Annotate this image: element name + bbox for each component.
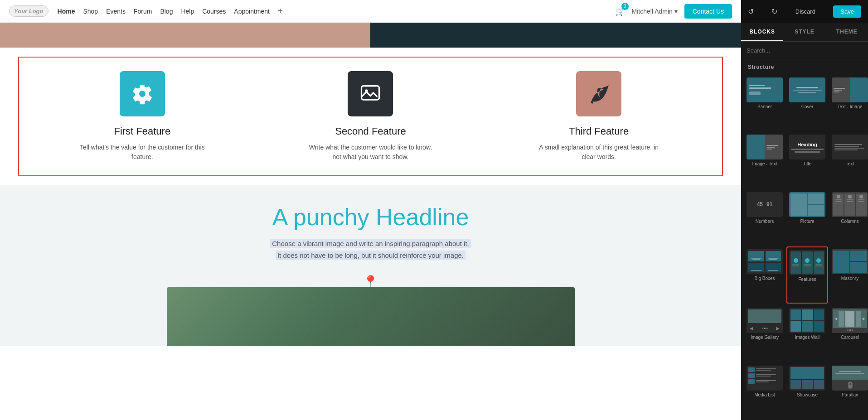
search-input[interactable]: [747, 47, 863, 54]
sidebar-search: [741, 42, 868, 59]
block-preview-picture: [789, 192, 825, 217]
navbar: Your Logo Home Shop Events Forum Blog He…: [0, 0, 741, 23]
headline-title: A punchy Headline: [9, 203, 732, 231]
block-label-banner: Banner: [757, 104, 772, 110]
cart-icon[interactable]: 🛒 0: [615, 6, 625, 16]
block-image-text[interactable]: Image - Text: [745, 132, 785, 187]
nav-right: 🛒 0 Mitchell Admin ▾ Contact Us: [615, 4, 732, 19]
tab-theme[interactable]: THEME: [826, 23, 868, 41]
block-carousel[interactable]: ◀ ▶ Carousel: [830, 305, 868, 361]
block-text-image[interactable]: Text - Image: [830, 75, 868, 130]
feature-2-title: Second Feature: [335, 126, 406, 137]
main-area: Your Logo Home Shop Events Forum Blog He…: [0, 0, 741, 420]
block-label-text-image: Text - Image: [837, 104, 862, 110]
block-big-boxes[interactable]: Big Boxes: [745, 246, 785, 304]
nav-help[interactable]: Help: [181, 8, 194, 15]
sidebar-tabs: BLOCKS STYLE THEME: [741, 23, 868, 42]
block-features[interactable]: Features: [786, 246, 828, 304]
block-preview-masonry: [832, 249, 868, 274]
block-label-image-gallery: Image Gallery: [751, 335, 779, 340]
blocks-grid: Banner Cover: [741, 73, 868, 420]
block-label-masonry: Masonry: [841, 276, 858, 281]
headline-sub1: Choose a vibrant image and write an insp…: [270, 239, 470, 248]
block-preview-image-text: [747, 135, 783, 159]
svg-rect-0: [362, 86, 379, 100]
logo-text: Your Logo: [14, 8, 44, 14]
block-label-picture: Picture: [800, 219, 814, 224]
block-picture[interactable]: Picture: [786, 189, 828, 245]
header-banner: [0, 23, 741, 48]
block-preview-showcase: [789, 366, 825, 391]
nav-links: Home Shop Events Forum Blog Help Courses…: [58, 6, 606, 16]
block-label-columns: Columns: [841, 219, 858, 224]
block-images-wall[interactable]: Images Wall: [786, 305, 828, 361]
feature-item-3: Third Feature A small explanation of thi…: [535, 71, 662, 162]
redo-button[interactable]: ↻: [771, 7, 777, 16]
block-masonry[interactable]: Masonry: [830, 246, 868, 304]
block-label-title: Title: [803, 161, 812, 167]
headline-sub2: It does not have to be long, but it shou…: [276, 251, 466, 260]
block-label-carousel: Carousel: [841, 335, 859, 340]
block-showcase[interactable]: Showcase: [786, 363, 828, 418]
headline-subtitle: Choose a vibrant image and write an insp…: [9, 238, 732, 261]
leaf-icon: [587, 82, 611, 106]
block-numbers[interactable]: 45 91 Numbers: [745, 189, 785, 245]
structure-label: Structure: [741, 59, 868, 73]
svg-point-1: [365, 89, 369, 92]
nav-events[interactable]: Events: [106, 8, 126, 15]
block-banner[interactable]: Banner: [745, 75, 785, 130]
block-image-gallery[interactable]: ◀ ▶ Image Gallery: [745, 305, 785, 361]
block-label-big-boxes: Big Boxes: [754, 276, 775, 281]
block-title[interactable]: Heading Title: [786, 132, 828, 187]
feature-3-desc: A small explanation of this great featur…: [535, 143, 662, 162]
block-label-text: Text: [846, 161, 854, 167]
block-preview-text: [832, 135, 868, 159]
block-cover[interactable]: Cover: [786, 75, 828, 130]
block-preview-banner: [747, 77, 783, 102]
nav-courses[interactable]: Courses: [202, 8, 226, 15]
block-media-list[interactable]: Media List: [745, 363, 785, 418]
block-columns[interactable]: Columns: [830, 189, 868, 245]
discard-button[interactable]: Discard: [795, 8, 815, 15]
map-section: 📍: [0, 270, 741, 346]
save-button[interactable]: Save: [833, 5, 861, 18]
block-preview-media-list: [747, 366, 783, 391]
image-icon: [359, 82, 382, 106]
block-preview-image-gallery: ◀ ▶: [747, 308, 783, 333]
block-preview-text-image: [832, 77, 868, 102]
headline-section: A punchy Headline Choose a vibrant image…: [0, 185, 741, 270]
contact-us-button[interactable]: Contact Us: [684, 4, 732, 19]
block-parallax[interactable]: 🖱️ Parallax: [830, 363, 868, 418]
add-nav-item-button[interactable]: +: [278, 6, 283, 16]
features-section: First Feature Tell what's the value for …: [0, 48, 741, 185]
map-container: 📍: [9, 275, 732, 346]
nav-blog[interactable]: Blog: [160, 8, 173, 15]
block-preview-columns: [832, 192, 868, 217]
gear-icon: [131, 83, 153, 105]
block-preview-features: [789, 250, 825, 275]
logo[interactable]: Your Logo: [9, 5, 48, 17]
block-label-parallax: Parallax: [842, 392, 858, 398]
block-label-features: Features: [798, 277, 816, 282]
feature-2-desc: Write what the customer would like to kn…: [307, 143, 434, 162]
admin-name[interactable]: Mitchell Admin ▾: [632, 8, 678, 15]
tab-style[interactable]: STYLE: [783, 23, 825, 41]
features-box: First Feature Tell what's the value for …: [18, 57, 723, 176]
block-preview-numbers: 45 91: [747, 192, 783, 217]
block-label-numbers: Numbers: [756, 219, 774, 224]
nav-home[interactable]: Home: [58, 8, 75, 15]
feature-1-title: First Feature: [114, 126, 170, 137]
block-text[interactable]: Text: [830, 132, 868, 187]
nav-appointment[interactable]: Appointment: [234, 8, 270, 15]
undo-button[interactable]: ↺: [748, 7, 754, 16]
feature-icon-3: [576, 71, 621, 116]
sidebar: ↺ ↻ Discard Save BLOCKS STYLE THEME Stru…: [741, 0, 868, 420]
block-preview-cover: [789, 77, 825, 102]
block-preview-big-boxes: [747, 249, 783, 274]
feature-3-title: Third Feature: [569, 126, 629, 137]
nav-forum[interactable]: Forum: [134, 8, 152, 15]
tab-blocks[interactable]: BLOCKS: [741, 23, 783, 41]
block-preview-title: Heading: [789, 135, 825, 159]
feature-icon-1: [120, 71, 165, 116]
nav-shop[interactable]: Shop: [83, 8, 98, 15]
